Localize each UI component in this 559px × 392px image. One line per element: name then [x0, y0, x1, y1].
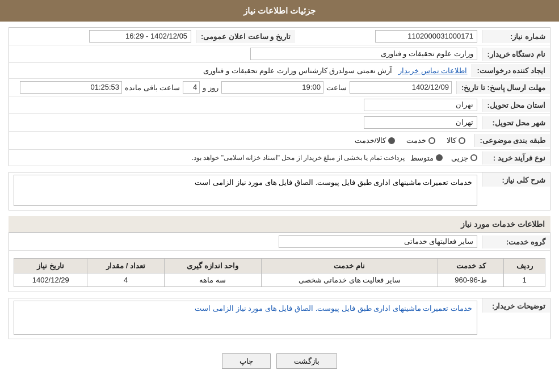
shahr-input: تهران: [364, 116, 477, 129]
khadamat-section-title: اطلاعات خدمات مورد نیاز: [9, 216, 550, 233]
mohlat-saat-baqi-value: 01:25:53: [20, 81, 122, 94]
tozihat-label: توضیحات خریدار:: [482, 298, 550, 313]
ostan-value: تهران: [9, 96, 482, 113]
mohlat-date: 1402/12/09: [350, 81, 452, 94]
groheKhadamat-input: سایر فعالیتهای خدماتی: [279, 235, 477, 248]
naveFarayand-text: پرداخت تمام یا بخشی از مبلغ خریدار از مح…: [192, 154, 405, 162]
col-tarikh: تاریخ نیاز: [14, 259, 87, 273]
col-radif: ردیف: [504, 259, 545, 273]
sharhKoli-label: شرح کلی نیاز:: [482, 172, 550, 187]
col-vahed: واحد اندازه گیری: [164, 259, 261, 273]
cell-radif: 1: [504, 273, 545, 287]
ostan-input: تهران: [364, 99, 477, 111]
cell-kod: ط-96-960: [438, 273, 503, 287]
cell-tarikh: 1402/12/29: [14, 273, 87, 287]
buttons-row: بازگشت چاپ: [9, 345, 550, 374]
tabaqe-kala-khadamat: کالا/خدمت: [355, 136, 396, 145]
namDastgah-label: نام دستگاه خریدار:: [482, 48, 550, 61]
radio-kala-icon: [459, 137, 465, 144]
mohlat-label: مهلت ارسال پاسخ: تا تاریخ:: [456, 81, 550, 94]
mohlat-roz-value: 4: [183, 81, 200, 94]
page-header: جزئیات اطلاعات نیاز: [0, 0, 559, 22]
shahr-label: شهر محل تحویل:: [482, 116, 550, 129]
tarikh-label: تاریخ و ساعت اعلان عمومی:: [196, 30, 295, 43]
tabaqe-value: کالا خدمت کالا/خدمت: [9, 132, 474, 149]
ijadKonande-link[interactable]: اطلاعات تماس خریدار: [398, 66, 467, 75]
farayand-motovaset: متوسط: [410, 154, 443, 162]
ijadKonande-value: اطلاعات تماس خریدار آرش نعمتی سولدرق کار…: [9, 64, 472, 77]
mohlat-roz-label: روز و: [203, 83, 218, 92]
namDastgah-input: وزارت علوم تحقیقات و فناوری: [250, 48, 477, 60]
col-kod: کد خدمت: [438, 259, 503, 273]
radio-jozi-icon: [470, 154, 477, 161]
sharhKoli-textarea[interactable]: [14, 175, 477, 206]
farayand-jozi: جزیی: [451, 154, 477, 162]
naveFarayand-value: جزیی متوسط پرداخت تمام یا بخشی از مبلغ خ…: [9, 151, 482, 165]
radio-khadamat-icon: [428, 137, 435, 144]
mohlat-value: 1402/12/09 ساعت 19:00 روز و 4 ساعت باقی …: [9, 79, 456, 96]
mohlat-saat-baqi-label: ساعت باقی مانده: [125, 83, 180, 92]
shomareNiaz-value: 1102000031000171: [295, 28, 482, 45]
shomareNiaz-label: شماره نیاز:: [482, 30, 550, 43]
services-table: ردیف کد خدمت نام خدمت واحد اندازه گیری ت…: [14, 258, 545, 287]
tarikh-value: 1402/12/05 - 16:29: [9, 28, 196, 45]
ijadKonande-text: آرش نعمتی سولدرق کارشناس وزارت علوم تحقی…: [203, 66, 392, 75]
tabaqe-khadamat: خدمت: [406, 136, 435, 145]
radio-motovaset-icon: [436, 154, 443, 161]
tabaqe-khadamat-label: خدمت: [406, 136, 426, 145]
farayand-motovaset-label: متوسط: [410, 154, 434, 162]
cell-vahed: سه ماهه: [164, 273, 261, 287]
tabaqe-kala: کالا: [447, 136, 465, 145]
col-nam: نام خدمت: [261, 259, 438, 273]
cell-tedad: 4: [87, 273, 164, 287]
mohlat-time: 19:00: [221, 81, 323, 94]
farayand-jozi-label: جزیی: [451, 154, 468, 162]
shahr-value: تهران: [9, 114, 482, 131]
tozihat-value: [9, 298, 482, 339]
naveFarayand-label: نوع فرآیند خرید :: [482, 151, 550, 165]
table-row: 1ط-96-960سایر فعالیت های خدماتی شخصیسه م…: [14, 273, 545, 287]
sharhKoli-value: [9, 172, 482, 210]
namDastgah-value: وزارت علوم تحقیقات و فناوری: [9, 45, 482, 62]
back-button[interactable]: بازگشت: [276, 353, 337, 369]
cell-nam: سایر فعالیت های خدماتی شخصی: [261, 273, 438, 287]
groheKhadamat-label: گروه خدمت:: [482, 235, 550, 248]
radio-kala-khadamat-icon: [388, 137, 395, 144]
tabaqe-kala-khadamat-label: کالا/خدمت: [355, 136, 386, 145]
tozihat-textarea[interactable]: [14, 301, 477, 335]
print-button[interactable]: چاپ: [222, 353, 271, 369]
tarikh-input: 1402/12/05 - 16:29: [89, 30, 191, 43]
ostan-label: استان محل تحویل:: [482, 99, 550, 112]
shomareNiaz-input: 1102000031000171: [375, 30, 477, 43]
tabaqe-label: طبقه بندی موضوعی:: [474, 134, 550, 147]
groheKhadamat-value: سایر فعالیتهای خدماتی: [9, 233, 482, 250]
ijadKonande-label: ایجاد کننده درخواست:: [472, 64, 550, 77]
col-tedad: تعداد / مقدار: [87, 259, 164, 273]
tabaqe-kala-label: کالا: [447, 136, 456, 145]
mohlat-saat-label: ساعت: [326, 83, 347, 92]
